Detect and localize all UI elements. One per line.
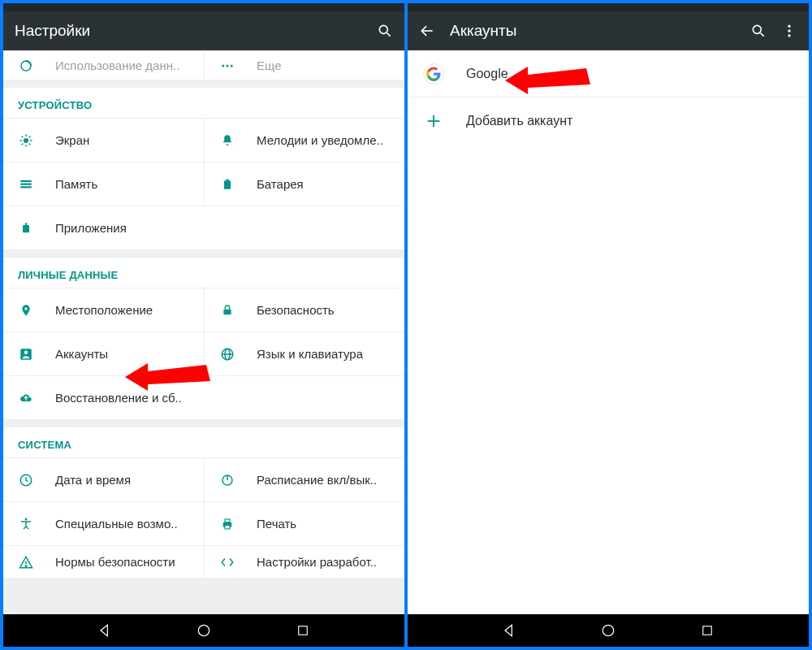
svg-point-21 [25, 223, 28, 225]
settings-item-storage[interactable]: Память [3, 162, 204, 206]
settings-item-location[interactable]: Местоположение [3, 288, 204, 332]
settings-item-data-usage[interactable]: Использование данн.. [3, 50, 204, 80]
settings-item-label: Мелодии и уведомле.. [257, 133, 383, 147]
data-usage-icon [18, 58, 34, 74]
settings-item-label: Язык и клавиатура [257, 347, 363, 361]
svg-point-25 [24, 350, 28, 354]
nav-bar [408, 614, 809, 647]
svg-point-22 [24, 307, 27, 310]
settings-item-apps[interactable]: Приложения [3, 206, 404, 249]
svg-rect-18 [224, 180, 231, 189]
settings-item-backup[interactable]: Восстановление и сб.. [3, 375, 404, 419]
settings-item-label: Экран [55, 133, 89, 147]
settings-item-accessibility[interactable]: Специальные возмо.. [3, 501, 204, 545]
settings-item-devopts[interactable]: Настройки разработ.. [204, 545, 404, 578]
nav-back-icon[interactable] [96, 622, 114, 639]
nav-recent-icon[interactable] [698, 622, 716, 639]
svg-rect-23 [223, 309, 231, 314]
clock-icon [18, 472, 34, 488]
svg-rect-15 [20, 180, 32, 181]
settings-item-datetime[interactable]: Дата и время [3, 457, 204, 501]
settings-item-security[interactable]: Безопасность [204, 288, 404, 332]
warning-icon [18, 554, 34, 570]
bell-icon [219, 132, 235, 149]
app-bar-title: Настройки [15, 22, 362, 40]
search-icon[interactable] [377, 23, 393, 39]
settings-item-label: Аккаунты [55, 347, 108, 361]
svg-rect-34 [225, 519, 230, 522]
svg-point-42 [753, 25, 761, 33]
account-item-label: Добавить аккаунт [466, 114, 572, 128]
svg-point-5 [231, 64, 233, 67]
settings-item-label: Использование данн.. [55, 58, 179, 72]
settings-item-battery[interactable]: Батарея [204, 162, 404, 206]
storage-icon [18, 176, 34, 193]
svg-point-46 [788, 34, 790, 37]
nav-bar [3, 614, 404, 647]
settings-content[interactable]: Использование данн.. Еще УСТРОЙСТВО Экра… [3, 50, 404, 614]
account-item-add[interactable]: Добавить аккаунт [408, 98, 809, 145]
search-icon[interactable] [750, 23, 767, 39]
back-arrow-icon[interactable] [419, 23, 435, 39]
settings-item-language[interactable]: Язык и клавиатура [204, 332, 404, 375]
settings-item-regulatory[interactable]: Нормы безопасности [3, 545, 204, 578]
settings-item-sound[interactable]: Мелодии и уведомле.. [204, 118, 404, 162]
settings-item-label: Восстановление и сб.. [55, 391, 182, 405]
app-bar: Аккаунты [408, 11, 809, 50]
settings-item-print[interactable]: Печать [204, 501, 404, 545]
nav-home-icon[interactable] [195, 622, 213, 639]
svg-line-13 [22, 143, 24, 145]
settings-item-label: Безопасность [257, 303, 335, 317]
account-item-label: Google [466, 67, 508, 81]
settings-item-more[interactable]: Еще [204, 50, 404, 80]
svg-point-32 [25, 518, 28, 520]
battery-icon [219, 176, 235, 193]
accessibility-icon [18, 516, 34, 532]
accounts-content[interactable]: Google Добавить аккаунт [408, 50, 809, 614]
settings-screen: Настройки Использование данн.. Еще [3, 3, 404, 647]
svg-line-11 [22, 136, 24, 137]
svg-point-49 [603, 625, 613, 635]
print-icon [219, 516, 235, 532]
location-icon [18, 302, 34, 318]
svg-rect-39 [299, 626, 308, 635]
svg-point-6 [24, 138, 28, 143]
more-icon [219, 58, 235, 74]
svg-point-45 [788, 29, 790, 32]
svg-rect-20 [23, 225, 29, 232]
svg-point-4 [227, 64, 229, 67]
svg-rect-16 [20, 183, 32, 184]
settings-item-label: Приложения [55, 221, 127, 235]
power-icon [219, 472, 235, 488]
svg-line-14 [29, 136, 31, 137]
devopts-icon [219, 554, 235, 570]
status-bar [408, 3, 809, 11]
section-header-device: УСТРОЙСТВО [3, 88, 404, 118]
svg-rect-17 [20, 186, 32, 188]
svg-point-0 [379, 25, 387, 33]
section-header-system: СИСТЕМА [3, 427, 404, 457]
svg-rect-50 [703, 626, 712, 635]
settings-item-accounts[interactable]: Аккаунты [3, 332, 204, 375]
settings-item-label: Расписание вкл/вык.. [257, 473, 377, 487]
section-header-personal: ЛИЧНЫЕ ДАННЫЕ [3, 258, 404, 288]
settings-item-schedule[interactable]: Расписание вкл/вык.. [204, 457, 404, 501]
account-item-google[interactable]: Google [408, 50, 809, 98]
svg-point-37 [25, 565, 27, 566]
svg-point-44 [788, 25, 790, 28]
settings-item-label: Дата и время [55, 473, 131, 487]
status-bar [3, 3, 404, 11]
svg-line-43 [761, 33, 764, 37]
nav-recent-icon[interactable] [294, 622, 312, 639]
overflow-menu-icon[interactable] [781, 23, 797, 39]
brightness-icon [18, 132, 34, 149]
svg-line-12 [29, 143, 31, 145]
nav-home-icon[interactable] [599, 622, 617, 639]
globe-icon [219, 346, 235, 362]
app-bar-title: Аккаунты [450, 22, 736, 40]
google-logo-icon [422, 63, 445, 85]
settings-item-display[interactable]: Экран [3, 118, 204, 162]
svg-rect-19 [226, 179, 229, 180]
app-bar: Настройки [3, 11, 404, 50]
nav-back-icon[interactable] [500, 622, 518, 639]
